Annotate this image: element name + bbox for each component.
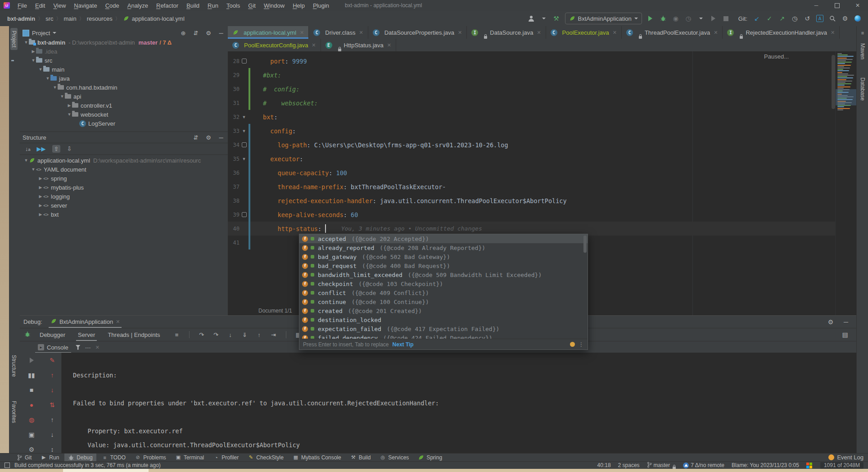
tree-arrow-icon[interactable]: ▼ (23, 40, 29, 45)
incoming-changes-widget[interactable]: 7 Δ/no remote (683, 462, 724, 468)
down-icon[interactable]: ↓ (48, 431, 56, 439)
tree-arrow-icon[interactable]: ▼ (31, 58, 36, 63)
structure-tree-item[interactable]: ▶<>mybatis-plus (20, 183, 228, 192)
debugger-tab-server[interactable]: Server (72, 328, 101, 341)
view-breakpoints-icon[interactable]: ● (27, 401, 36, 409)
user-icon[interactable] (527, 14, 535, 23)
show-execution-point-icon[interactable]: ↷ (198, 331, 206, 339)
menu-item-help[interactable]: Help (289, 2, 309, 9)
editor-tab[interactable]: EHttpStatus.java✕ (321, 39, 396, 51)
editor-tab[interactable]: IDataSource.java✕ (467, 26, 546, 39)
toolwindow-button-spring[interactable]: Spring (414, 454, 446, 462)
project-tree-item[interactable]: ▼bxt-admin- D:\workspace\bxt-adminmaster… (20, 38, 228, 47)
gear-icon[interactable]: ⚙ (204, 29, 212, 37)
toolwindow-button-todo[interactable]: ≡TODO (98, 454, 129, 462)
editor-tab[interactable]: application-local.yml✕ (228, 26, 309, 39)
tree-arrow-icon[interactable]: ▼ (38, 67, 43, 72)
run-config-combo[interactable]: BxtAdminApplication (565, 13, 642, 24)
line-number[interactable]: 29 (228, 72, 240, 78)
structure-panel-title[interactable]: Structure (23, 134, 46, 141)
translate-icon[interactable]: A (816, 14, 824, 23)
line-number[interactable]: 28 (228, 58, 240, 64)
force-step-into-icon[interactable]: ⇓ (241, 331, 249, 339)
autoscroll-to-source-icon[interactable]: ⇩ (67, 145, 72, 152)
close-icon[interactable]: ✕ (300, 30, 304, 36)
next-tip-link[interactable]: Next Tip (393, 341, 414, 348)
microsoft-defender-icon[interactable] (806, 463, 812, 468)
toolwindow-button-checkstyle[interactable]: ✎CheckStyle (244, 454, 287, 462)
project-tree-item[interactable]: ▼api (20, 92, 228, 101)
console-output[interactable]: Description:Failed to bind properties un… (61, 353, 856, 454)
debugger-tab-debugger[interactable]: Debugger (33, 328, 72, 341)
toolwindow-button-profiler[interactable]: ◔Profiler (209, 454, 242, 462)
pause-icon[interactable]: ▮▮ (27, 371, 36, 379)
profiler-icon[interactable]: ◷ (684, 14, 692, 23)
step-into-icon[interactable]: ↓ (226, 331, 235, 339)
close-icon[interactable]: ✕ (116, 319, 120, 325)
close-icon[interactable]: ✕ (714, 30, 718, 36)
breadcrumb-item[interactable]: src (45, 15, 53, 22)
toolwindow-button-debug[interactable]: Debug (64, 454, 96, 462)
editor-scrollbar[interactable] (832, 55, 835, 109)
editor-breadcrumb[interactable]: Document 1/1 (258, 308, 292, 314)
completion-item[interactable]: fbandwidth_limit_exceeded({@code 509 Ban… (299, 270, 588, 279)
menu-item-plugin[interactable]: Plugin (309, 2, 333, 9)
completion-item[interactable]: fconflict({@code 409 Conflict}) (299, 288, 588, 297)
pin-icon[interactable]: ✎ (48, 356, 56, 364)
tree-arrow-icon[interactable]: ▶ (38, 194, 43, 199)
completion-item[interactable]: fbad_gateway({@code 502 Bad Gateway}) (299, 252, 588, 261)
close-icon[interactable]: ✕ (359, 30, 363, 36)
chevron-down-icon[interactable] (540, 14, 548, 23)
search-icon[interactable] (828, 14, 836, 23)
history-icon[interactable]: ◷ (791, 14, 799, 23)
step-over-icon[interactable]: ↷ (212, 331, 220, 339)
debugger-tab-threads-endpoints[interactable]: Threads | Endpoints (101, 328, 166, 341)
close-icon[interactable]: ✕ (458, 30, 462, 36)
editor-tab[interactable]: CPoolExecutor.java✕ (546, 26, 622, 39)
debug-icon[interactable] (659, 14, 667, 23)
close-icon[interactable]: ✕ (95, 345, 99, 350)
caret-position[interactable]: 40:18 (597, 462, 611, 468)
completion-item[interactable]: fcreated({@code 201 Created}) (299, 306, 588, 315)
prev-frame-icon[interactable]: ↑ (48, 371, 56, 379)
menu-icon[interactable]: ≡ (173, 331, 181, 339)
completion-item[interactable]: fbad_request({@code 400 Bad Request}) (299, 261, 588, 270)
coverage-icon[interactable]: ◉ (672, 14, 680, 23)
up-icon[interactable]: ↑ (48, 416, 56, 424)
tree-arrow-icon[interactable]: ▼ (59, 94, 65, 99)
menu-item-refactor[interactable]: Refactor (152, 2, 182, 9)
git-branch-widget[interactable]: master (647, 462, 676, 469)
next-frame-icon[interactable]: ↓ (48, 386, 56, 394)
line-number[interactable]: 41 (228, 240, 240, 246)
expand-all-icon[interactable]: ▶▶ (37, 145, 46, 152)
stop-icon[interactable]: ■ (27, 386, 36, 394)
structure-tree-item[interactable]: ▶<>bxt (20, 210, 228, 219)
line-number[interactable]: 35 (228, 156, 240, 162)
tree-arrow-icon[interactable]: ▶ (38, 212, 43, 217)
resume-icon[interactable] (27, 356, 36, 364)
rollback-icon[interactable]: ↺ (803, 14, 811, 23)
project-tree-item[interactable]: ▼websocket (20, 110, 228, 119)
tree-arrow-icon[interactable]: ▶ (31, 49, 36, 54)
console-tab[interactable]: ▸ Console (35, 341, 71, 353)
close-icon[interactable]: ✕ (613, 30, 617, 36)
collapse-all-icon[interactable]: ⇵ (192, 29, 200, 37)
filter-value[interactable]: --- (85, 344, 91, 351)
tree-arrow-icon[interactable]: ▶ (38, 185, 43, 190)
line-number[interactable]: 33 (228, 128, 240, 134)
completion-item[interactable]: fexpectation_failed({@code 417 Expectati… (299, 324, 588, 333)
popup-scrollbar[interactable] (583, 236, 587, 253)
toolstripe-favorites[interactable]: Favorites (10, 398, 18, 426)
project-tree-item[interactable]: ▶controller.v1 (20, 101, 228, 110)
layout-settings-icon[interactable]: ▤ (841, 331, 849, 339)
settings-icon[interactable]: ⚙ (27, 445, 36, 454)
project-tree-item[interactable]: CLogServer (20, 119, 228, 128)
memory-indicator[interactable]: 1091 of 2048M (820, 462, 863, 469)
close-icon[interactable]: ✕ (831, 30, 835, 36)
line-number[interactable]: 32 (228, 114, 240, 120)
close-icon[interactable]: ✕ (387, 42, 391, 48)
menu-item-navigate[interactable]: Navigate (70, 2, 101, 9)
toolstripe-project[interactable]: Project (10, 28, 18, 50)
editor-tab[interactable]: CThreadPoolExecutor.java✕ (622, 26, 723, 39)
indent-setting[interactable]: 2 spaces (618, 462, 640, 468)
